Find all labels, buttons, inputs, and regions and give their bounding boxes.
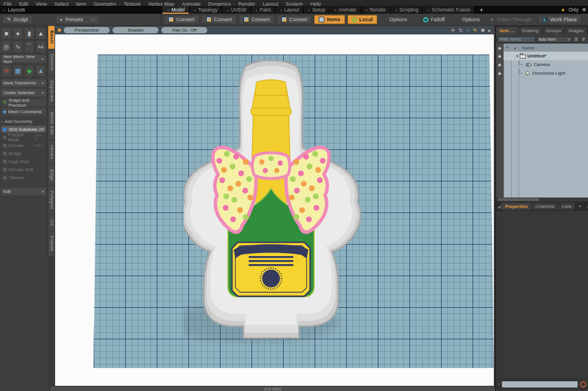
item-list[interactable]: ◉ ◉ ◉ ◉ ✛ ● Name ▾ Untitled* Cam [496,44,588,198]
tab-channels[interactable]: Channels [532,203,559,210]
wire-cone-button[interactable]: ▲ [36,65,46,77]
add-panel-tab-button[interactable]: + [575,203,584,210]
work-plane-button[interactable]: LWork Plane [538,15,582,24]
draw-icon[interactable]: ✎ [473,28,477,33]
menu-dynamics[interactable]: Dynamics [208,0,231,6]
polygon-bevel-button[interactable]: Polygon BevelShift-B [1,134,46,141]
thicken-button[interactable]: Thicken [1,174,46,181]
more-transforms-dropdown[interactable]: More Transforms▾ [1,79,46,87]
sculpt-button[interactable]: ✎ Sculpt [2,15,33,24]
menu-view[interactable]: View [36,0,47,6]
pan-icon[interactable]: ✛ [451,28,455,33]
disclosure-triangle-icon[interactable]: ▾ [516,54,519,59]
menu-file[interactable]: File [3,0,12,6]
torus-primitive-button[interactable]: ◎ [1,41,11,53]
convert-button-3[interactable]: Convert [239,15,274,24]
layouts-menu-button[interactable]: ⌂ Layouts [2,6,25,14]
menu-system[interactable]: System [286,0,303,6]
menu-edit[interactable]: Edit [20,0,29,6]
tab-render[interactable]: ★Render [361,6,390,14]
menu-help[interactable]: Help [311,0,322,6]
add-item-dropdown[interactable]: Add Item▾ [536,36,572,42]
mesh-deform-button[interactable]: ◆ [24,65,34,77]
text-tool-button[interactable]: A& [36,41,46,53]
tab-schematic-fusion[interactable]: ★Schematic Fusion [423,6,475,14]
tab-setup[interactable]: ★Setup [304,6,330,14]
mode-tab-fusion[interactable]: Fusion [48,231,55,257]
item-menu-dropdown[interactable]: Item Menu: New Item▾ [1,55,46,63]
tab-images[interactable]: Images [565,27,587,34]
falloff-button[interactable]: Falloff [419,15,448,24]
item-row-directional-light[interactable]: Directional Light [504,69,588,78]
tab-shading[interactable]: Shading [518,27,542,34]
tab-topology[interactable]: ★Topology [189,6,222,14]
convert-button-2[interactable]: Convert [202,15,237,24]
options-button-1[interactable]: Options [385,15,411,24]
tab-layout[interactable]: ★Layout [276,6,304,14]
mode-tab-polygon[interactable]: Polygon [48,186,55,214]
menu-render[interactable]: Render [238,0,256,6]
convert-button-1[interactable]: Convert [164,15,199,24]
presets-button[interactable]: ◐ Presets F6 [56,15,100,24]
mode-tab-basic[interactable]: Basic [48,26,55,49]
menu-select[interactable]: Select [54,0,68,6]
tab-model[interactable]: ★Model [163,6,189,14]
cylinder-primitive-button[interactable]: ▮ [24,28,34,40]
menu-animate[interactable]: Animate [181,0,200,6]
tab-lists[interactable]: Lists [559,203,575,210]
snaps-precision-button[interactable]: ✎ Snaps and Precision [1,99,46,106]
viewport-tab-perspective[interactable]: Perspective [64,27,110,33]
cube-primitive-button[interactable]: ■ [1,28,11,40]
command-input[interactable] [501,381,578,388]
mode-tab-deform[interactable]: Deform [48,49,55,76]
smooth-shift-button[interactable]: Smooth Shift [1,166,46,173]
eye-icon[interactable]: ◉ [498,46,502,50]
tab-groups[interactable]: Groups [543,27,565,34]
orbit-icon[interactable]: ↻ [459,28,463,33]
filter-button[interactable]: F [581,36,587,42]
item-row-untitled[interactable]: ▾ Untitled* [504,52,588,60]
mode-tab-edge[interactable]: Edge [48,165,55,187]
only-toggle[interactable]: Only [568,7,578,13]
viewport-canvas[interactable] [55,34,494,386]
items-mode-button[interactable]: Items [314,15,345,24]
add-layout-tab-button[interactable]: + [475,6,488,14]
viewport-tab-raygl[interactable]: Ray GL: Off [161,27,207,33]
bridge-button[interactable]: Bridge [1,150,46,157]
eye-icon[interactable]: ◉ [498,63,502,67]
tab-scripting[interactable]: ★Scripting [390,6,423,14]
mode-tab-vertex[interactable]: Vertex [48,140,55,165]
uv-sphere-button[interactable]: ▦ [13,65,23,77]
tab-animate[interactable]: ★Animate [330,6,361,14]
gear-icon[interactable]: ✱ [582,7,586,13]
filter-items-input[interactable] [497,36,535,42]
sphere-primitive-button[interactable]: ● [13,28,23,40]
transform-gizmo-button[interactable]: ✛ [1,65,11,77]
local-axis-button[interactable]: Local [347,15,378,24]
mesh-constraints-button[interactable]: ◆ Mesh Constraints [1,108,46,115]
menu-texture[interactable]: Texture [123,0,141,6]
favorite-star-icon[interactable]: ★ [561,7,565,13]
center-selected-dropdown[interactable]: Center Selected▾ [1,89,46,96]
menu-layout[interactable]: Layout [263,0,278,6]
panel-corner-icon[interactable]: ◢ [496,203,501,210]
viewport-menu-icon[interactable] [58,29,61,32]
add-geometry-header[interactable]: ▾ Add Geometry [1,119,46,124]
options-button-2[interactable]: Options [458,15,483,24]
mode-tab-uv[interactable]: UV [48,215,55,231]
viewport-tab-shaded[interactable]: Shaded [113,27,158,33]
helix-tool-button[interactable]: ∿ [13,41,23,53]
extrude-button[interactable]: ExtrudeShift-X [1,142,46,149]
tab-item-list[interactable]: Item ... [496,27,518,34]
solo-button[interactable]: S [573,36,579,42]
tab-uvedit[interactable]: ★UVEdit [222,6,251,14]
mode-tab-duplicate[interactable]: Duplicate [48,76,55,107]
select-through-button[interactable]: ❖Select Through [486,15,536,24]
cookie-cutter-model[interactable] [184,57,362,344]
eye-icon[interactable]: ◉ [498,54,502,58]
command-history-button[interactable] [580,381,586,388]
tab-properties[interactable]: Properties [501,203,532,210]
cone-primitive-button[interactable]: ▲ [36,28,46,40]
edit-dropdown[interactable]: Edit▾ [1,188,46,195]
convert-button-4[interactable]: Convert [277,15,312,24]
